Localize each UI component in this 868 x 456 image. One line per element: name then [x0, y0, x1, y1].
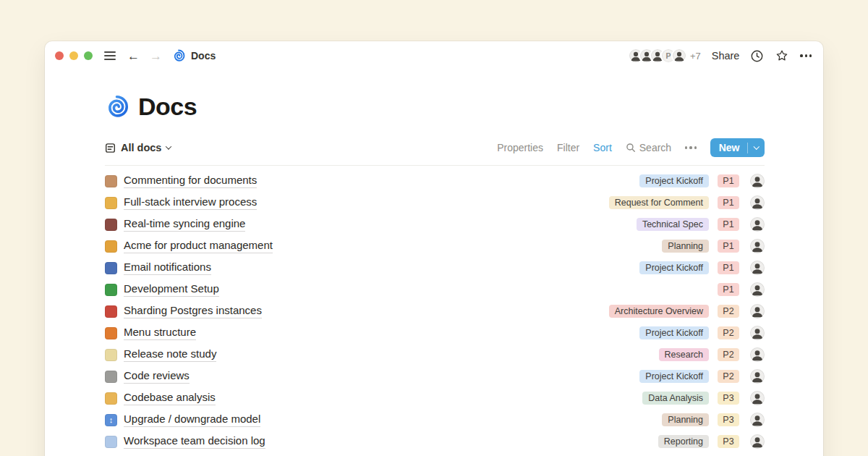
page-lines-icon [105, 143, 116, 153]
doc-title[interactable]: Email notifications [124, 261, 211, 276]
chevron-down-icon [166, 143, 171, 149]
doc-title[interactable]: Release note study [124, 347, 216, 363]
doc-title[interactable]: Commenting for documents [124, 174, 257, 189]
doc-tag-badge: Data Analysis [642, 392, 709, 405]
doc-title[interactable]: Full-stack interview process [124, 195, 257, 211]
priority-badge: P1 [718, 174, 739, 187]
forward-icon[interactable]: → [150, 50, 162, 62]
building-construction-icon [105, 240, 117, 253]
chevron-down-icon [753, 144, 759, 150]
search-label: Search [639, 142, 671, 153]
view-selector-label: All docs [121, 142, 161, 153]
properties-button[interactable]: Properties [497, 142, 543, 153]
doc-row[interactable]: Commenting for documentsProject KickoffP… [105, 170, 765, 192]
new-button[interactable]: New [710, 138, 765, 157]
zoom-window-button[interactable] [84, 51, 93, 60]
view-selector[interactable]: All docs [105, 142, 171, 153]
doc-row[interactable]: Release note studyResearchP2 [105, 344, 765, 366]
doc-tag-badge: Planning [662, 240, 709, 253]
avatar-overflow-count: +7 [690, 51, 701, 62]
assignee-avatar [750, 369, 765, 384]
doc-row[interactable]: Menu structureProject KickoffP2 [105, 322, 765, 344]
doc-row[interactable]: Development SetupP1 [105, 279, 765, 300]
doc-row[interactable]: ↕Upgrade / downgrade modelPlanningP3 [105, 409, 765, 431]
doc-title[interactable]: Code reviews [124, 369, 190, 384]
priority-badge: P1 [718, 240, 739, 253]
assignee-avatar [750, 239, 765, 253]
keyboard-icon [105, 371, 117, 383]
view-toolbar: All docs Properties Filter Sort Search N… [105, 138, 765, 166]
assignee-avatar [750, 261, 765, 275]
doc-title[interactable]: Workspace team decision log [124, 434, 265, 449]
locomotive-icon [105, 219, 117, 231]
assignee-avatar [750, 347, 765, 362]
minimize-window-button[interactable] [69, 51, 78, 60]
page-header: Docs [105, 93, 765, 121]
page-title: Docs [138, 93, 197, 121]
doc-row[interactable]: Full-stack interview processRequest for … [105, 192, 765, 214]
up-down-button-icon: ↕ [105, 414, 117, 426]
doc-tag-badge: Request for Comment [609, 196, 709, 209]
app-window: ← → Docs P +7 Share [45, 41, 823, 456]
doc-tag-badge: Technical Spec [637, 218, 709, 231]
priority-badge: P3 [718, 392, 739, 405]
share-button[interactable]: Share [712, 50, 740, 62]
doc-row[interactable]: Real-time syncing engineTechnical SpecP1 [105, 214, 765, 235]
doc-row[interactable]: Sharding Postgres instancesArchitecture … [105, 300, 765, 322]
fuel-pump-icon [105, 305, 117, 318]
doc-title[interactable]: Real-time syncing engine [124, 217, 245, 232]
priority-badge: P1 [718, 283, 739, 296]
collaborator-avatars[interactable]: P +7 [628, 48, 701, 64]
new-button-label: New [710, 142, 747, 153]
assignee-avatar [750, 195, 765, 210]
doc-tag-badge: Reporting [658, 435, 709, 448]
doc-row[interactable]: Email notificationsProject KickoffP1 [105, 257, 765, 279]
mailbox-icon [105, 262, 117, 274]
priority-badge: P1 [718, 261, 739, 274]
spiral-logo-icon [172, 49, 185, 62]
technologist-icon [105, 392, 117, 405]
doc-title[interactable]: Sharding Postgres instances [124, 304, 262, 319]
assignee-avatar [750, 434, 765, 449]
search-icon [626, 143, 636, 153]
priority-badge: P3 [718, 435, 739, 448]
new-dropdown-button[interactable] [748, 145, 765, 150]
back-icon[interactable]: ← [127, 50, 140, 62]
doc-title[interactable]: Menu structure [124, 326, 196, 341]
doc-tag-badge: Research [659, 348, 710, 361]
delivery-truck-icon [105, 284, 117, 296]
traffic-lights [55, 51, 93, 60]
filter-button[interactable]: Filter [557, 142, 579, 153]
doc-title[interactable]: Codebase analysis [124, 391, 216, 406]
assignee-avatar [750, 174, 765, 188]
doc-row[interactable]: Workspace team decision logReportingP3 [105, 431, 765, 452]
doc-tag-badge: Project Kickoff [639, 370, 709, 383]
priority-badge: P1 [718, 218, 739, 231]
monkey-face-icon [105, 175, 117, 187]
doc-row[interactable]: Code reviewsProject KickoffP2 [105, 366, 765, 387]
favorite-star-icon[interactable] [775, 48, 789, 63]
doc-list: Commenting for documentsProject KickoffP… [105, 170, 765, 456]
handshake-icon [105, 197, 117, 209]
history-clock-icon[interactable] [750, 49, 764, 63]
assignee-avatar [750, 282, 765, 297]
assignee-avatar [750, 217, 765, 232]
spiral-logo-icon [105, 95, 129, 119]
doc-row[interactable]: Codebase analysisData AnalysisP3 [105, 387, 765, 409]
memo-pencil-icon [105, 349, 117, 361]
assignee-avatar [750, 326, 765, 340]
sort-button[interactable]: Sort [593, 142, 612, 153]
priority-badge: P2 [718, 305, 739, 318]
view-more-icon[interactable] [685, 146, 697, 148]
doc-title[interactable]: Development Setup [124, 282, 219, 297]
doc-row[interactable]: Acme for product managementPlanningP1 [105, 235, 765, 257]
search-button[interactable]: Search [626, 142, 671, 153]
doc-row[interactable]: Performance review feedbackResearchP3 [105, 452, 765, 456]
menu-icon[interactable] [103, 50, 117, 62]
doc-title[interactable]: Upgrade / downgrade model [124, 413, 260, 428]
assignee-avatar [750, 413, 765, 427]
open-book-icon [105, 436, 117, 448]
close-window-button[interactable] [55, 51, 64, 60]
more-options-icon[interactable] [800, 54, 812, 56]
doc-title[interactable]: Acme for product management [124, 239, 273, 254]
